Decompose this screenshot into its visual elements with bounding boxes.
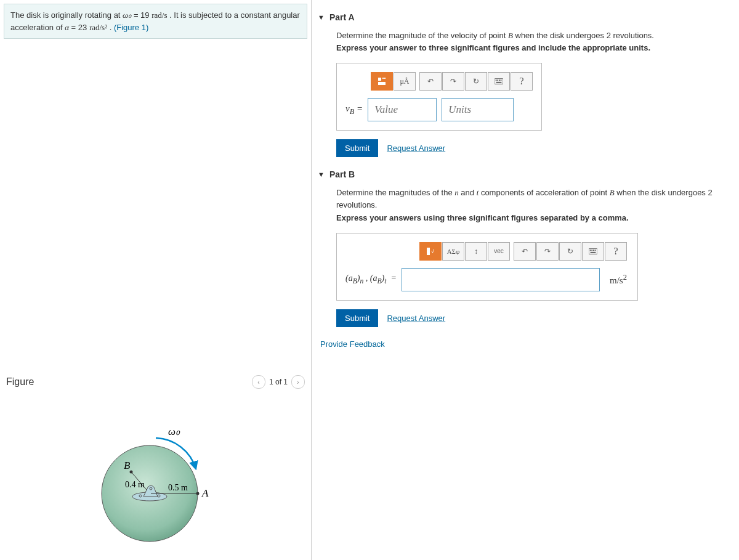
templates-button[interactable]	[371, 72, 393, 91]
vb-label: vB =	[345, 103, 363, 116]
keyboard-button[interactable]	[488, 72, 510, 91]
vec-button[interactable]: vec	[488, 242, 510, 261]
omega-var: ω₀	[123, 10, 131, 20]
figure-counter: 1 of 1	[269, 378, 288, 386]
part-b-question: Determine the magnitudes of the n and t …	[336, 187, 733, 224]
fraction-button[interactable]: ↕	[465, 242, 487, 261]
svg-rect-24	[593, 250, 594, 251]
prev-figure-button[interactable]: ‹	[252, 375, 265, 389]
omega-label: ω₀	[168, 426, 180, 437]
text: The disk is originally rotating at	[10, 10, 123, 20]
svg-rect-14	[496, 80, 497, 81]
svg-rect-12	[378, 82, 386, 85]
svg-rect-18	[496, 82, 502, 83]
reset-button[interactable]: ↻	[559, 242, 581, 261]
symbols-button[interactable]: ΑΣφ	[442, 242, 464, 261]
figure-link[interactable]: (Figure 1)	[114, 23, 148, 32]
request-answer-link[interactable]: Request Answer	[387, 314, 445, 323]
svg-rect-15	[497, 80, 498, 81]
help-button[interactable]: ?	[605, 242, 627, 261]
svg-rect-10	[382, 78, 384, 79]
units-input[interactable]	[442, 98, 514, 121]
undo-button[interactable]: ↶	[514, 242, 536, 261]
point-a-label: A	[201, 487, 209, 499]
part-a-answer-panel: μÅ ↶ ↷ ↻ ? vB =	[336, 63, 542, 131]
radius-b-label: 0.4 m	[125, 480, 145, 489]
alpha-var: α	[65, 23, 69, 32]
collapse-icon: ▼	[318, 14, 325, 21]
text: = 19	[131, 10, 151, 20]
svg-rect-9	[378, 78, 381, 81]
problem-statement: The disk is originally rotating at ω₀ = …	[4, 4, 307, 39]
part-b-title: Part B	[329, 169, 355, 179]
text: rad/s²	[89, 23, 107, 32]
redo-button[interactable]: ↷	[442, 72, 464, 91]
submit-button[interactable]: Submit	[336, 309, 378, 327]
svg-text:√: √	[431, 248, 434, 254]
svg-rect-25	[595, 250, 596, 251]
keyboard-button[interactable]	[582, 242, 604, 261]
svg-rect-26	[591, 252, 596, 253]
figure-diagram: ω₀ B 0.4 m 0.5 m A	[6, 389, 305, 557]
part-a-question: Determine the magnitude of the velocity …	[336, 30, 733, 54]
svg-rect-11	[384, 78, 386, 79]
svg-rect-23	[591, 250, 592, 251]
help-button[interactable]: ?	[511, 72, 533, 91]
reset-button[interactable]: ↻	[465, 72, 487, 91]
text: .	[107, 23, 114, 32]
undo-button[interactable]: ↶	[419, 72, 442, 91]
text: rad/s	[151, 10, 167, 20]
redo-button[interactable]: ↷	[536, 242, 559, 261]
part-b-answer-panel: √ ΑΣφ ↕ vec ↶ ↷ ↻ ? (aB)n , (aB)t =	[336, 233, 638, 301]
point-b-label: B	[124, 460, 131, 471]
next-figure-button[interactable]: ›	[291, 375, 305, 389]
provide-feedback-link[interactable]: Provide Feedback	[320, 339, 385, 349]
value-input[interactable]	[368, 98, 437, 121]
part-a-title: Part A	[329, 12, 355, 22]
part-a-header[interactable]: ▼ Part A	[318, 12, 733, 22]
unit-suffix: m/s2	[610, 273, 627, 286]
svg-rect-22	[590, 250, 591, 251]
figure-nav: ‹ 1 of 1 ›	[252, 375, 305, 389]
ab-label: (aB)n , (aB)t =	[345, 274, 397, 285]
svg-rect-13	[495, 79, 503, 84]
collapse-icon: ▼	[318, 171, 325, 178]
svg-rect-21	[589, 248, 597, 254]
templates-button[interactable]: √	[419, 242, 442, 261]
svg-rect-19	[427, 248, 430, 255]
text: = 23	[69, 23, 89, 32]
submit-button[interactable]: Submit	[336, 139, 378, 157]
svg-point-8	[196, 492, 199, 495]
part-b-header[interactable]: ▼ Part B	[318, 169, 733, 179]
units-button[interactable]: μÅ	[394, 72, 416, 91]
request-answer-link[interactable]: Request Answer	[387, 144, 445, 153]
radius-a-label: 0.5 m	[168, 483, 188, 492]
figure-title: Figure	[6, 376, 34, 388]
answer-input[interactable]	[402, 268, 600, 291]
svg-rect-17	[501, 80, 502, 81]
svg-rect-16	[499, 80, 500, 81]
